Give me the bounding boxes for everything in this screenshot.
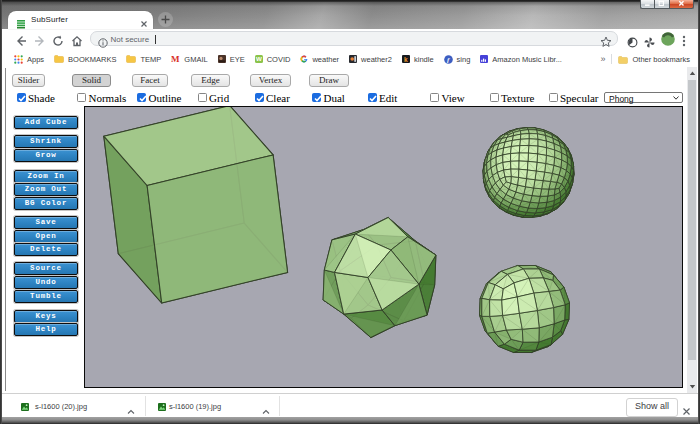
toggle-specular[interactable]: Specular xyxy=(549,92,599,104)
tab-close-icon[interactable] xyxy=(139,15,149,25)
bookmark-item[interactable]: MGMAIL xyxy=(171,55,207,64)
sidebar-button-source[interactable]: Source xyxy=(14,262,78,275)
bookmark-star-icon[interactable] xyxy=(600,34,612,52)
bookmark-item[interactable]: Amazon Music Libr... xyxy=(480,55,562,64)
sidebar-button-zoom-in[interactable]: Zoom In xyxy=(14,170,78,183)
bookmark-item[interactable]: weather2 xyxy=(349,55,392,64)
bookmark-favicon: W xyxy=(255,55,263,63)
sidebar-button-keys[interactable]: Keys xyxy=(14,310,78,323)
bookmark-favicon xyxy=(218,55,226,63)
svg-text:k: k xyxy=(404,56,408,63)
toggle-dual[interactable]: Dual xyxy=(312,92,345,104)
bookmark-label: Amazon Music Libr... xyxy=(492,55,562,64)
bookmark-label: EYE xyxy=(230,55,245,64)
sidebar-button-shrink[interactable]: Shrink xyxy=(14,135,78,148)
bookmark-label: BOOKMARKS xyxy=(68,55,116,64)
toggle-grid[interactable]: Grid xyxy=(198,92,230,104)
bookmark-label: COVID xyxy=(267,55,291,64)
checkbox[interactable] xyxy=(17,93,26,102)
extension-pinwheel-icon[interactable] xyxy=(644,34,655,52)
toggle-label: Outline xyxy=(149,93,182,103)
bookmark-favicon xyxy=(126,55,136,63)
bookmark-item[interactable]: fsing xyxy=(444,55,471,64)
toggle-outline[interactable]: Outline xyxy=(137,92,182,104)
sidebar-button-undo[interactable]: Undo xyxy=(14,276,78,289)
sidebar-button-tumble[interactable]: Tumble xyxy=(14,290,78,303)
sidebar-button-help[interactable]: Help xyxy=(14,323,78,336)
toggle-edit[interactable]: Edit xyxy=(368,92,398,104)
apps-shortcut[interactable]: Apps xyxy=(14,55,44,64)
shading-select-value: Phong xyxy=(609,94,634,104)
bookmarks-overflow-chevron[interactable]: » xyxy=(600,54,605,64)
toggle-shade[interactable]: Shade xyxy=(17,92,55,104)
checkbox[interactable] xyxy=(312,93,321,102)
mode-button-edge[interactable]: Edge xyxy=(191,74,230,87)
checkbox[interactable] xyxy=(77,93,86,102)
sidebar-button-bg-color[interactable]: BG Color xyxy=(14,197,78,210)
toggle-texture[interactable]: Texture xyxy=(490,92,535,104)
bookmark-item[interactable]: TEMP xyxy=(126,55,161,64)
reload-icon[interactable] xyxy=(52,33,64,51)
tab-subsurfer[interactable]: SubSurfer xyxy=(8,11,153,29)
toggle-clear[interactable]: Clear xyxy=(255,92,290,104)
checkbox[interactable] xyxy=(368,93,377,102)
checkbox[interactable] xyxy=(198,93,207,102)
browser-toolbar: Not secure xyxy=(2,29,698,53)
object-sphere-coarse xyxy=(480,265,570,352)
mode-button-draw[interactable]: Draw xyxy=(309,74,349,87)
bookmark-label: GMAIL xyxy=(184,55,207,64)
mode-button-vertex[interactable]: Vertex xyxy=(250,74,291,87)
security-chip: Not secure xyxy=(111,35,150,44)
menu-kebab-icon[interactable] xyxy=(682,33,686,51)
toggle-normals[interactable]: Normals xyxy=(77,92,126,104)
show-all-downloads-button[interactable]: Show all xyxy=(626,398,678,417)
checkbox[interactable] xyxy=(549,93,558,102)
page-scrollbar[interactable] xyxy=(687,67,697,394)
object-cube xyxy=(104,107,288,303)
checkbox[interactable] xyxy=(490,93,499,102)
checkbox[interactable] xyxy=(255,93,264,102)
omnibox[interactable]: Not secure xyxy=(90,31,618,46)
bookmark-item[interactable]: BOOKMARKS xyxy=(54,55,116,64)
sidebar-button-grow[interactable]: Grow xyxy=(14,149,78,162)
bookmark-item[interactable]: kkindle xyxy=(402,55,434,64)
profile-avatar[interactable] xyxy=(661,32,675,50)
sidebar-button-add-cube[interactable]: Add Cube xyxy=(14,116,78,129)
home-icon[interactable] xyxy=(71,33,83,51)
bookmark-item[interactable]: weather xyxy=(300,55,339,64)
back-icon[interactable] xyxy=(15,33,27,51)
scrollbar-thumb[interactable] xyxy=(688,80,696,360)
extension-contrast-icon[interactable] xyxy=(627,34,638,52)
mode-button-facet[interactable]: Facet xyxy=(132,74,168,87)
bookmark-item[interactable]: EYE xyxy=(218,55,245,64)
sidebar-button-open[interactable]: Open xyxy=(14,230,78,243)
other-bookmarks-label[interactable]: Other bookmarks xyxy=(632,55,690,64)
scrollbar-up-icon[interactable] xyxy=(689,70,696,77)
mode-button-slider[interactable]: Slider xyxy=(12,74,45,87)
mode-button-solid[interactable]: Solid xyxy=(72,74,111,87)
bookmark-item[interactable]: WCOVID xyxy=(255,55,291,64)
checkbox[interactable] xyxy=(137,93,146,102)
bookmark-favicon: M xyxy=(171,55,180,63)
download-file-icon xyxy=(158,403,166,411)
window-frame-bottom xyxy=(0,417,700,424)
webgl-canvas[interactable] xyxy=(84,106,683,388)
toggle-label: Shade xyxy=(28,93,55,103)
toggle-label: Specular xyxy=(560,93,598,103)
new-tab-button[interactable] xyxy=(158,12,173,27)
minimize-button[interactable] xyxy=(640,0,655,9)
sidebar-button-delete[interactable]: Delete xyxy=(14,243,78,256)
sidebar-button-save[interactable]: Save xyxy=(14,216,78,229)
shading-select[interactable]: Phong xyxy=(604,92,683,103)
window-frame-top xyxy=(0,0,700,2)
checkbox[interactable] xyxy=(430,93,439,102)
bookmark-favicon xyxy=(300,55,308,63)
close-button[interactable] xyxy=(669,0,694,9)
window-controls xyxy=(640,0,694,9)
site-info-icon[interactable] xyxy=(98,34,108,52)
maximize-button[interactable] xyxy=(654,0,669,9)
toggle-view[interactable]: View xyxy=(430,92,465,104)
sidebar-button-zoom-out[interactable]: Zoom Out xyxy=(14,183,78,196)
scrollbar-down-icon[interactable] xyxy=(689,383,696,390)
forward-icon[interactable] xyxy=(34,33,46,51)
